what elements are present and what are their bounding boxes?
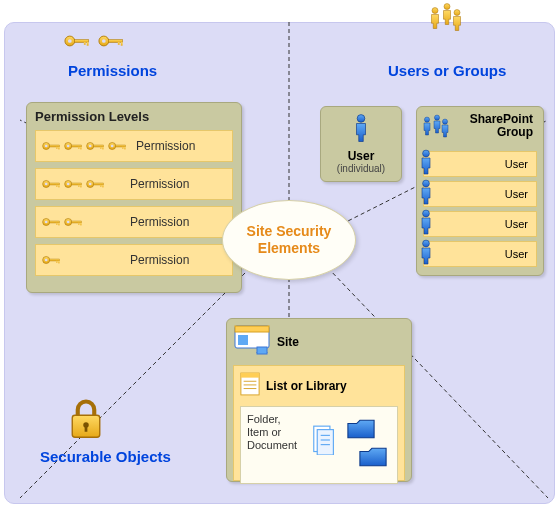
group-user-row: User	[423, 181, 537, 207]
folder-icon	[345, 417, 377, 445]
group-user-row: User	[423, 211, 537, 237]
site-icon	[233, 325, 271, 359]
list-library-card: List or Library Folder,Item orDocument	[233, 365, 405, 481]
group-title: SharePointGroup	[453, 113, 537, 139]
permission-row: Permission	[35, 244, 233, 276]
person-icon	[418, 238, 434, 268]
folder-label: Folder,Item orDocument	[247, 413, 307, 453]
key-icon	[42, 254, 62, 266]
list-label: List or Library	[266, 379, 347, 393]
center-node: Site SecurityElements	[222, 200, 356, 280]
center-label: Site SecurityElements	[247, 223, 332, 258]
key-icon	[64, 178, 84, 190]
group-user-row: User	[423, 241, 537, 267]
people-group-icon	[419, 113, 453, 147]
key-icon	[42, 216, 62, 228]
permission-row: Permission	[35, 206, 233, 238]
permission-levels-panel: Permission Levels PermissionPermissionPe…	[26, 102, 242, 293]
document-icon	[311, 425, 335, 459]
user-individual-card: User (individual)	[320, 106, 402, 182]
user-label: User	[321, 149, 401, 163]
keys-decorative	[64, 30, 126, 52]
people-group-icon	[424, 2, 468, 44]
sharepoint-group-card: SharePointGroup UserUserUserUser	[416, 106, 544, 276]
key-icon	[86, 178, 106, 190]
site-card: Site List or Library Folder,Item orDocum…	[226, 318, 412, 482]
group-user-label: User	[505, 218, 528, 230]
permission-row: Permission	[35, 130, 233, 162]
person-icon	[418, 148, 434, 178]
permissions-heading: Permissions	[68, 62, 157, 79]
key-icon	[86, 140, 106, 152]
group-user-label: User	[505, 158, 528, 170]
key-icon	[64, 140, 84, 152]
folder-item-card: Folder,Item orDocument	[240, 406, 398, 484]
group-user-label: User	[505, 188, 528, 200]
list-icon	[240, 372, 260, 400]
person-icon	[418, 208, 434, 238]
users-groups-heading: Users or Groups	[388, 62, 506, 79]
permission-label: Permission	[130, 253, 189, 267]
permission-levels-title: Permission Levels	[35, 109, 233, 124]
permission-label: Permission	[136, 139, 195, 153]
key-icon	[42, 178, 62, 190]
key-icon	[42, 140, 62, 152]
group-user-label: User	[505, 248, 528, 260]
site-label: Site	[277, 335, 299, 349]
person-icon	[352, 129, 370, 146]
key-icon	[64, 216, 84, 228]
key-icon	[108, 140, 128, 152]
lock-icon	[66, 396, 106, 444]
permission-label: Permission	[130, 177, 189, 191]
permission-row: Permission	[35, 168, 233, 200]
group-user-row: User	[423, 151, 537, 177]
folder-icon	[357, 445, 389, 473]
securable-heading: Securable Objects	[40, 448, 171, 465]
user-sublabel: (individual)	[321, 163, 401, 174]
person-icon	[418, 178, 434, 208]
permission-label: Permission	[130, 215, 189, 229]
